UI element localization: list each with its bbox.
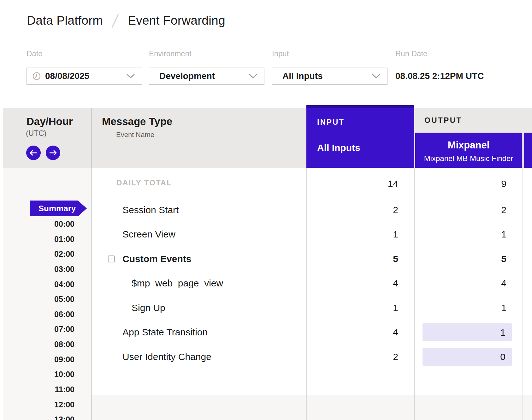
breadcrumb-section[interactable]: Data Platform [27,14,103,27]
output-subtitle: Mixpanel MB Music Finder [415,154,522,163]
event-forwarding-page: Data Platform Event Forwarding Date 08/0… [0,0,532,420]
arrow-left-icon [29,150,38,156]
input-count: 2 [306,351,398,362]
table-row: $mp_web_page_view 4 4 [0,271,532,296]
input-filter: Input All Inputs [272,49,387,85]
hour-label[interactable]: 13:00 [32,416,74,420]
table-row: User Identity Change 2 0 [0,345,532,369]
date-value: 08/08/2025 [45,71,89,81]
header-divider [3,41,532,41]
input-count: 4 [306,327,398,338]
environment-value: Development [159,71,215,81]
daily-total-input-value: 14 [306,178,398,189]
date-filter: Date 08/08/2025 [27,49,142,85]
hour-label[interactable]: 08:00 [32,340,74,348]
input-value: All Inputs [282,71,323,81]
hour-label[interactable]: 07:00 [32,325,74,333]
previous-day-button[interactable] [26,146,41,160]
page-title: Event Forwarding [128,14,225,27]
output-column-header[interactable]: Mixpanel Mixpanel MB Music Finder [415,133,522,168]
input-column-header[interactable]: INPUT All Inputs [306,105,414,168]
run-date-label: Run Date [395,49,484,57]
input-count: 2 [306,205,398,215]
hour-label[interactable]: 09:00 [32,356,74,363]
breadcrumb-separator [112,14,119,28]
environment-filter-label: Environment [149,49,264,57]
chevron-down-icon [127,74,135,79]
environment-filter: Environment Development [149,49,264,85]
output-column-label: OUTPUT [424,116,462,125]
event-rows: Session Start 2 2 Screen View 1 1 Custom… [0,198,532,369]
output-count: 1 [414,303,506,313]
run-date-value: 08.08.25 2:12PM UTC [395,68,484,85]
breadcrumb: Data Platform Event Forwarding [27,0,225,41]
input-column-label: INPUT [317,118,414,127]
table-row: Sign Up 1 1 [0,296,532,320]
output-name: Mixpanel [415,140,522,151]
chevron-down-icon [372,74,380,79]
event-name: Session Start [122,205,179,215]
hour-label[interactable]: 06:00 [32,310,74,318]
date-filter-label: Date [27,49,142,57]
event-name: User Identity Change [122,351,211,362]
day-hour-title: Day/Hour [27,116,73,128]
environment-dropdown[interactable]: Development [149,68,264,85]
next-output-column-edge [524,133,532,168]
daily-total-label: DAILY TOTAL [116,178,172,187]
event-name: Sign Up [132,303,165,313]
arrow-right-icon [49,150,57,156]
event-name: $mp_web_page_view [132,278,223,289]
summary-row-badge[interactable]: Summary [30,201,87,216]
output-count: 1 [414,229,506,240]
input-count: 1 [306,229,398,240]
chevron-down-icon [249,74,257,79]
grid-footer-band [92,395,532,420]
input-dropdown[interactable]: All Inputs [272,68,387,85]
output-count-highlighted: 0 [423,348,512,366]
message-type-title: Message Type [102,116,172,128]
table-row: Custom Events 5 5 [0,247,532,271]
hour-label[interactable]: 01:00 [32,235,74,243]
event-name: Custom Events [122,254,191,264]
hour-label[interactable]: 00:00 [32,220,74,228]
minus-square-icon[interactable] [108,255,115,262]
daily-total-output-value: 9 [414,178,506,189]
hour-label[interactable]: 04:00 [32,280,74,288]
output-count: 5 [414,254,506,264]
day-hour-subtitle: (UTC) [26,129,46,138]
hour-label[interactable]: 02:00 [32,250,74,258]
hour-label[interactable]: 12:00 [32,401,74,408]
date-dropdown[interactable]: 08/08/2025 [27,68,142,85]
message-type-subtitle: Event Name [116,131,154,139]
event-name: App State Transition [122,327,208,338]
next-day-button[interactable] [46,146,60,160]
table-row: App State Transition 4 1 [0,320,532,345]
input-filter-label: Input [272,49,387,57]
event-name: Screen View [122,229,175,240]
output-count-highlighted: 1 [423,323,512,341]
clock-icon [33,72,41,80]
hour-label[interactable]: 03:00 [32,265,74,273]
input-count: 1 [306,303,398,313]
hour-label[interactable]: 10:00 [32,370,74,378]
input-count: 4 [306,278,398,289]
input-column-selected: All Inputs [317,142,414,153]
input-count: 5 [306,254,398,264]
hour-label[interactable]: 05:00 [32,295,74,303]
output-count: 4 [414,278,506,289]
hour-label[interactable]: 11:00 [32,386,74,393]
output-count: 2 [414,205,506,215]
run-date: Run Date 08.08.25 2:12PM UTC [395,49,484,85]
table-row: Screen View 1 1 [0,222,532,247]
